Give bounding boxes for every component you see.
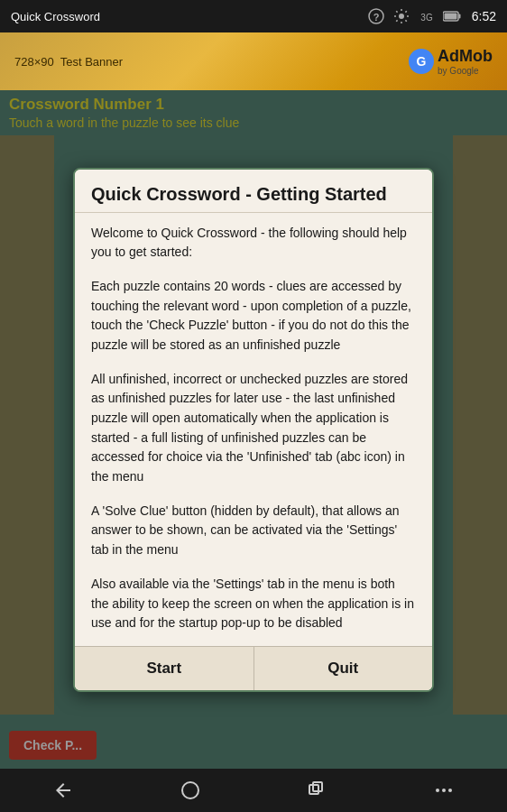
modal-paragraph-1: Each puzzle contains 20 words - clues ar…	[91, 277, 416, 355]
help-icon: ?	[367, 7, 385, 25]
svg-text:?: ?	[373, 12, 379, 23]
svg-point-2	[399, 14, 404, 19]
status-bar: Quick Crossword ? 3G	[0, 0, 507, 32]
ad-banner: 728×90 Test Banner G AdMob by Google	[0, 32, 507, 90]
nav-bar	[0, 769, 507, 812]
admob-text: AdMob	[438, 47, 493, 66]
ad-size-label: 728×90 Test Banner	[14, 55, 123, 69]
modal-paragraph-3: A 'Solve Clue' button (hidden by default…	[91, 502, 416, 560]
game-area: Crossword Number 1 Touch a word in the p…	[0, 90, 507, 769]
modal-header: Quick Crossword - Getting Started	[75, 170, 432, 213]
battery-icon	[443, 7, 461, 25]
svg-rect-5	[458, 14, 460, 19]
recent-apps-button[interactable]	[299, 776, 335, 805]
menu-button[interactable]	[426, 776, 462, 805]
start-button[interactable]: Start	[75, 647, 254, 690]
network-icon: 3G	[418, 7, 436, 25]
modal-body: Welcome to Quick Crossword - the followi…	[75, 213, 432, 646]
admob-g-icon: G	[409, 49, 434, 74]
admob-by-google: by Google	[438, 66, 493, 76]
modal-footer: Start Quit	[75, 646, 432, 690]
svg-point-10	[436, 789, 439, 792]
getting-started-modal: Quick Crossword - Getting Started Welcom…	[73, 168, 434, 692]
svg-point-7	[182, 782, 198, 798]
modal-paragraph-4: Also available via the 'Settings' tab in…	[91, 575, 416, 633]
status-icons: ? 3G 6:52	[367, 7, 496, 25]
app-name: Quick Crossword	[11, 10, 100, 23]
svg-point-12	[448, 789, 452, 792]
back-button[interactable]	[45, 776, 81, 805]
svg-point-11	[442, 789, 446, 792]
home-button[interactable]	[172, 776, 208, 805]
modal-title: Quick Crossword - Getting Started	[91, 184, 416, 205]
time-display: 6:52	[472, 9, 496, 23]
modal-overlay: Quick Crossword - Getting Started Welcom…	[0, 90, 507, 769]
admob-logo: G AdMob by Google	[409, 47, 493, 76]
modal-paragraph-0: Welcome to Quick Crossword - the followi…	[91, 224, 416, 263]
modal-paragraph-2: All unfinished, incorrect or unchecked p…	[91, 370, 416, 487]
svg-rect-6	[444, 14, 456, 20]
quit-button[interactable]: Quit	[254, 647, 433, 690]
svg-text:3G: 3G	[420, 13, 433, 23]
settings-icon	[392, 7, 410, 25]
